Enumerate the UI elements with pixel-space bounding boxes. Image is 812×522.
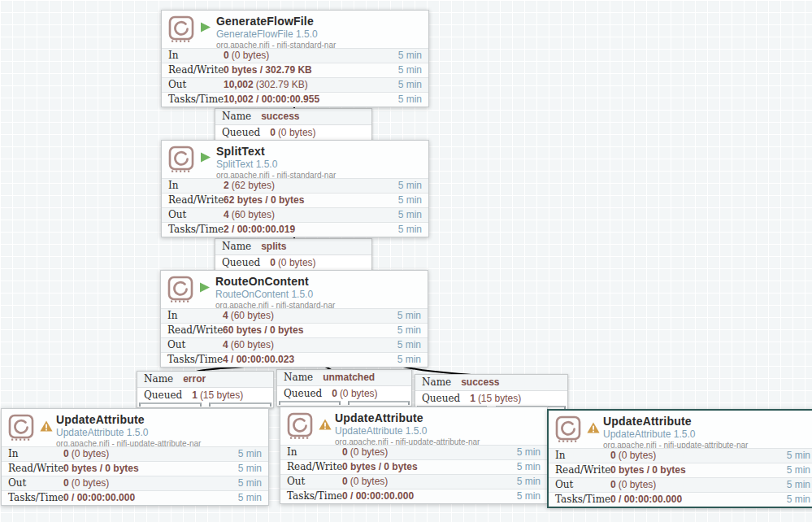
stat-row-readwrite: Read/Write 62 bytes / 0 bytes 5 min <box>162 193 428 207</box>
processor-name: UpdateAttribute <box>56 413 265 426</box>
nifi-flow-canvas[interactable]: GenerateFlowFile GenerateFlowFile 1.5.0 … <box>0 0 812 522</box>
stat-label: Out <box>167 338 185 352</box>
processor-generateflowfile[interactable]: GenerateFlowFile GenerateFlowFile 1.5.0 … <box>161 10 429 107</box>
label-queued-size: (15 bytes) <box>200 389 243 401</box>
label-queued-count: 0 <box>270 127 276 138</box>
stat-value: 0(0 bytes) <box>224 49 269 63</box>
label-name-value: success <box>461 376 499 388</box>
stat-value: 10,002(302.79 KB) <box>224 78 308 92</box>
processor-stamp-icon <box>286 412 314 440</box>
stat-value: 0 / 00:00:00.000 <box>610 493 684 507</box>
running-icon <box>199 282 212 294</box>
stat-value: 0(0 bytes) <box>610 449 656 463</box>
processor-updateattribute-middle[interactable]: UpdateAttribute UpdateAttribute 1.5.0 or… <box>280 407 548 504</box>
label-name-key: Name <box>144 373 173 385</box>
stat-value: 0(0 bytes) <box>63 447 109 461</box>
processor-type: UpdateAttribute 1.5.0 <box>603 428 812 440</box>
processor-stamp-icon <box>167 15 195 43</box>
stat-window: 5 min <box>238 462 262 476</box>
stat-label: Tasks/Time <box>287 489 342 503</box>
stat-row-out: Out 4(60 bytes) 5 min <box>161 337 428 352</box>
stat-row-readwrite: Read/Write 0 bytes / 302.79 KB 5 min <box>162 63 428 77</box>
processor-splittext[interactable]: SplitText SplitText 1.5.0 org.apache.nif… <box>161 140 429 237</box>
queue-meter <box>277 401 411 406</box>
processor-type: SplitText 1.5.0 <box>216 159 425 170</box>
processor-stamp-icon <box>7 414 35 442</box>
label-queued-row: Queued0(0 bytes) <box>215 125 371 140</box>
processor-name: UpdateAttribute <box>603 415 812 428</box>
stat-window: 5 min <box>398 223 422 237</box>
processor-stamp-icon <box>554 415 582 443</box>
stat-label: Out <box>8 476 26 490</box>
stat-window: 5 min <box>397 309 421 323</box>
processor-stamp-icon <box>167 276 194 303</box>
stat-label: Tasks/Time <box>555 493 610 507</box>
processor-type: UpdateAttribute 1.5.0 <box>335 425 544 437</box>
label-name-value: unmatched <box>323 372 375 383</box>
processor-header: RouteOnContent RouteOnContent 1.5.0 org.… <box>161 271 428 308</box>
stat-window: 5 min <box>398 179 422 193</box>
stat-row-out: Out 4(60 bytes) 5 min <box>162 207 428 222</box>
label-queued-row: Queued0(0 bytes) <box>277 386 411 401</box>
stat-row-in: In 4(60 bytes) 5 min <box>161 308 428 323</box>
connection-label-unmatched[interactable]: Nameunmatched Queued0(0 bytes) <box>276 369 412 407</box>
queue-meter <box>137 402 273 407</box>
connection-label-error[interactable]: Nameerror Queued1(15 bytes) <box>137 371 274 408</box>
stat-row-readwrite: Read/Write 0 bytes / 0 bytes 5 min <box>549 463 812 477</box>
stat-window: 5 min <box>517 475 541 489</box>
stat-row-in: In 0(0 bytes) 5 min <box>280 445 547 459</box>
label-name-key: Name <box>222 241 251 252</box>
processor-updateattribute-left[interactable]: UpdateAttribute UpdateAttribute 1.5.0 or… <box>1 408 269 506</box>
stat-window: 5 min <box>517 460 541 474</box>
warning-icon <box>40 420 53 432</box>
label-queued-size: (15 bytes) <box>478 393 521 404</box>
stat-value: 0(0 bytes) <box>342 446 388 459</box>
stat-row-taskstime: Tasks/Time 2 / 00:00:00.019 5 min <box>162 222 428 237</box>
stat-label: In <box>555 449 565 463</box>
stat-label: Read/Write <box>167 324 223 337</box>
stat-label: In <box>168 179 178 193</box>
stat-row-in: In 0(0 bytes) 5 min <box>162 48 428 63</box>
stat-value: 0(0 bytes) <box>63 476 109 490</box>
stat-window: 5 min <box>398 208 422 222</box>
stat-window: 5 min <box>787 463 810 477</box>
stat-row-out: Out 10,002(302.79 KB) 5 min <box>162 77 428 92</box>
stat-row-taskstime: Tasks/Time 0 / 00:00:00.000 5 min <box>549 492 812 507</box>
label-queued-row: Queued1(15 bytes) <box>415 391 567 406</box>
stat-value: 0(0 bytes) <box>342 475 388 489</box>
stat-value: 0 bytes / 0 bytes <box>63 462 141 476</box>
stat-label: Tasks/Time <box>168 93 224 107</box>
label-name-value: error <box>183 373 206 385</box>
stat-row-readwrite: Read/Write 60 bytes / 0 bytes 5 min <box>161 323 428 337</box>
label-queued-key: Queued <box>144 389 182 401</box>
label-queued-size: (0 bytes) <box>278 127 316 138</box>
stat-window: 5 min <box>517 489 541 503</box>
stat-window: 5 min <box>398 49 422 63</box>
stat-row-in: In 2(62 bytes) 5 min <box>162 178 428 193</box>
processor-name: RouteOnContent <box>215 275 424 288</box>
stat-value: 4(60 bytes) <box>223 338 274 352</box>
processor-header: UpdateAttribute UpdateAttribute 1.5.0 or… <box>2 409 268 446</box>
stat-value: 0 / 00:00:00.000 <box>63 491 137 505</box>
label-queued-size: (0 bytes) <box>278 257 316 268</box>
stat-label: In <box>168 49 178 63</box>
processor-stamp-icon <box>167 146 195 173</box>
label-name-value: splits <box>261 241 286 252</box>
stat-label: Tasks/Time <box>167 353 223 367</box>
running-icon <box>200 152 213 163</box>
stat-label: In <box>287 446 297 459</box>
processor-updateattribute-right[interactable]: UpdateAttribute UpdateAttribute 1.5.0 or… <box>547 409 812 508</box>
stat-row-in: In 0(0 bytes) 5 min <box>549 448 812 463</box>
processor-header: SplitText SplitText 1.5.0 org.apache.nif… <box>162 141 428 178</box>
processor-name: GenerateFlowFile <box>216 15 425 28</box>
label-queued-row: Queued1(15 bytes) <box>137 388 273 402</box>
processor-type: GenerateFlowFile 1.5.0 <box>216 28 425 40</box>
processor-routeoncontent[interactable]: RouteOnContent RouteOnContent 1.5.0 org.… <box>160 270 428 368</box>
stat-window: 5 min <box>787 449 810 463</box>
stat-row-out: Out 0(0 bytes) 5 min <box>549 477 812 492</box>
stat-window: 5 min <box>398 93 422 107</box>
stat-label: In <box>8 447 18 461</box>
label-queued-size: (0 bytes) <box>340 388 378 399</box>
warning-icon <box>587 422 600 433</box>
label-name-row: Namesuccess <box>215 109 371 125</box>
